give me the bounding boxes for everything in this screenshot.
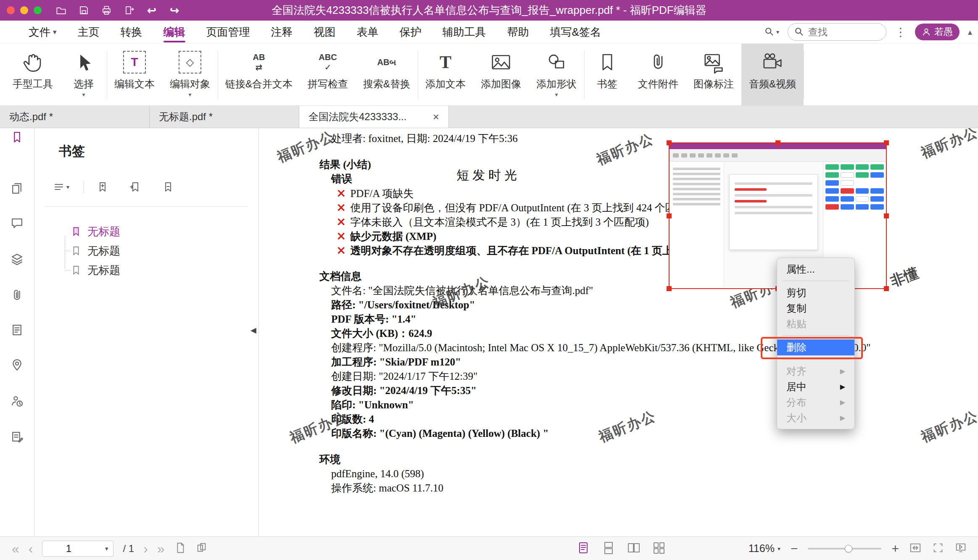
context-menu-item[interactable]: 复制 ▶	[777, 300, 854, 316]
ribbon-item[interactable]: 编辑文本 ▾	[107, 44, 162, 105]
document-tab[interactable]: 动态.pdf * ×	[0, 106, 150, 128]
bookmark-list-menu-icon[interactable]: ▾	[53, 181, 69, 193]
bookmark-item[interactable]: 无标题	[34, 222, 258, 241]
context-menu-item[interactable]: 对齐 ▶	[777, 363, 854, 379]
presentation-mode-icon[interactable]	[954, 542, 967, 556]
page-number-input[interactable]	[47, 543, 90, 555]
collapse-ribbon-icon[interactable]: ▴	[968, 27, 972, 37]
bookmark-goto-icon[interactable]	[129, 181, 141, 193]
context-menu-item[interactable]: 居中 ▶	[777, 379, 854, 394]
zoom-slider-thumb[interactable]	[845, 545, 852, 552]
resize-handle[interactable]	[667, 140, 672, 145]
layers-panel-icon[interactable]	[9, 250, 26, 267]
previous-page-icon[interactable]: ‹	[29, 542, 33, 555]
menu-item[interactable]: 视图 ▾	[314, 21, 336, 43]
hand-icon	[17, 49, 48, 76]
ribbon-item[interactable]: 编辑对象 ▾	[162, 44, 218, 105]
bookmark-item[interactable]: 无标题	[34, 241, 258, 260]
close-window-button[interactable]	[7, 6, 15, 14]
zoom-slider[interactable]	[808, 548, 881, 549]
single-page-view-icon[interactable]	[174, 542, 187, 556]
menu-item[interactable]: 文件 ▾	[29, 21, 57, 43]
bookmark-item[interactable]: 无标题	[34, 260, 258, 280]
ribbon-item[interactable]: 图像标注 ▾	[686, 44, 741, 105]
zoom-out-icon[interactable]: −	[791, 542, 798, 556]
maximize-window-button[interactable]	[34, 6, 42, 14]
menu-item[interactable]: 主页 ▾	[78, 21, 100, 43]
facing-page-view-icon[interactable]	[196, 542, 208, 556]
context-menu-item[interactable]: 粘贴 ▶	[777, 316, 854, 331]
share-export-icon[interactable]	[122, 4, 136, 17]
resize-handle[interactable]	[884, 213, 889, 218]
print-icon[interactable]	[100, 4, 113, 17]
last-page-icon[interactable]: »	[157, 542, 165, 555]
minimize-window-button[interactable]	[20, 6, 28, 14]
context-menu-item[interactable]: 分布 ▶	[777, 394, 854, 410]
resize-handle[interactable]	[884, 286, 889, 291]
menu-item[interactable]: 辅助工具 ▾	[443, 21, 486, 43]
menu-item[interactable]: 编辑 ▾	[163, 21, 185, 43]
fullscreen-icon[interactable]	[932, 542, 944, 556]
comments-panel-icon[interactable]	[9, 214, 26, 231]
zoom-in-icon[interactable]: +	[891, 542, 899, 556]
resize-handle[interactable]	[884, 140, 889, 145]
ribbon-item[interactable]: 搜索&替换 ▾	[356, 44, 418, 105]
ribbon-item[interactable]: 选择 ▾	[61, 44, 107, 105]
layout-continuous-icon[interactable]	[602, 541, 615, 556]
first-page-icon[interactable]: «	[12, 542, 19, 555]
menu-item[interactable]: 填写&签名 ▾	[550, 21, 601, 43]
menu-item[interactable]: 注释 ▾	[271, 21, 293, 43]
bookmark-delete-icon[interactable]	[162, 181, 174, 193]
context-menu-item[interactable]: 属性... ▶	[777, 261, 854, 277]
ribbon-item[interactable]: 文件附件 ▾	[630, 44, 686, 105]
page-number-box[interactable]: ▾	[42, 541, 113, 557]
undo-icon[interactable]: ↩	[145, 4, 158, 17]
ribbon-item[interactable]: 添加图像 ▾	[473, 44, 529, 105]
pages-panel-icon[interactable]	[9, 180, 26, 197]
context-menu-item[interactable]: 大小 ▶	[777, 410, 854, 426]
menu-item[interactable]: 表单 ▾	[357, 21, 379, 43]
ribbon-item[interactable]: 手型工具 ▾	[5, 44, 61, 105]
more-options-icon[interactable]: ⋮	[895, 25, 907, 39]
menu-item[interactable]: 帮助 ▾	[507, 21, 529, 43]
document-tab[interactable]: 全国法院失4233333... ×	[299, 106, 449, 128]
resize-handle[interactable]	[667, 286, 672, 291]
user-account-button[interactable]: 若愚	[915, 24, 960, 40]
context-menu-item[interactable]: 剪切 ▶	[777, 285, 854, 300]
resize-handle[interactable]	[775, 140, 780, 145]
redo-icon[interactable]: ↪	[168, 4, 181, 17]
add-bookmark-icon[interactable]	[97, 181, 108, 193]
history-panel-icon[interactable]	[9, 392, 26, 409]
layout-two-page-continuous-icon[interactable]	[652, 541, 666, 556]
ribbon-item[interactable]: 添加文本 ▾	[418, 44, 473, 105]
page-dropdown-icon[interactable]: ▾	[105, 545, 108, 552]
destinations-panel-icon[interactable]	[9, 356, 26, 373]
ribbon-item[interactable]: 添加形状 ▾	[529, 44, 584, 105]
ribbon-item[interactable]: 拼写检查 ▾	[300, 44, 356, 105]
menu-item[interactable]: 转换 ▾	[121, 21, 142, 43]
save-icon[interactable]	[77, 4, 90, 17]
menu-item[interactable]: 保护 ▾	[400, 21, 422, 43]
find-dropdown-icon[interactable]: ▾	[764, 26, 779, 37]
open-file-icon[interactable]	[54, 4, 68, 17]
ribbon-item[interactable]: 链接&合并文本 ▾	[218, 44, 300, 105]
zoom-level-dropdown[interactable]: 116% ▾	[749, 542, 780, 555]
layout-two-page-icon[interactable]	[627, 541, 641, 556]
search-box[interactable]	[788, 23, 886, 41]
bookmarks-panel-icon[interactable]	[9, 129, 26, 145]
resize-handle[interactable]	[667, 213, 672, 218]
fit-page-icon[interactable]	[909, 542, 922, 556]
close-tab-icon[interactable]: ×	[433, 110, 439, 124]
search-input[interactable]	[808, 26, 871, 38]
layout-single-icon[interactable]	[577, 541, 590, 556]
attachments-panel-icon[interactable]	[9, 286, 26, 303]
document-tab[interactable]: 无标题.pdf * ×	[150, 106, 299, 128]
submenu-arrow-icon: ▶	[840, 363, 845, 379]
signature-panel-icon[interactable]	[9, 428, 26, 445]
ribbon-item[interactable]: 音频&视频 ▾	[741, 44, 804, 105]
next-page-icon[interactable]: ›	[143, 542, 148, 555]
collapse-panel-icon[interactable]: ◀	[250, 326, 256, 335]
menu-item[interactable]: 页面管理 ▾	[206, 21, 250, 43]
ribbon-item[interactable]: 书签 ▾	[584, 44, 630, 105]
fields-panel-icon[interactable]	[9, 321, 26, 338]
